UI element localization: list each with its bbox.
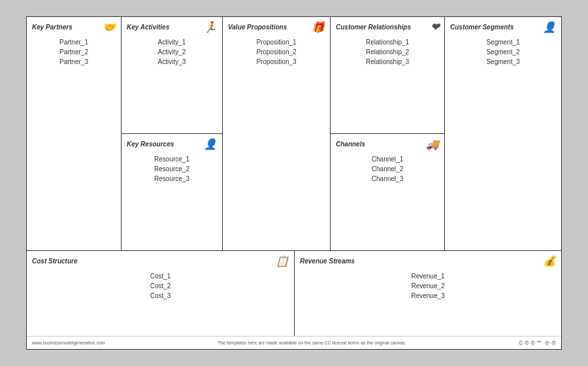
activity-item-1: Activity_1 bbox=[127, 39, 217, 46]
channels-title: Channels 🚚 bbox=[336, 138, 439, 150]
key-activities-title: Key Activities 🏃 bbox=[127, 21, 217, 33]
cost-item-2: Cost_2 bbox=[32, 282, 289, 290]
footer-left: www.businessmodelgeneration.com bbox=[32, 341, 105, 345]
value-propositions-icon: 🎁 bbox=[312, 21, 325, 33]
revenue-streams-title: Revenue Streams 💰 bbox=[300, 255, 556, 267]
channel-item-2: Channel_2 bbox=[336, 165, 439, 173]
segment-item-2: Segment_2 bbox=[450, 48, 556, 56]
resource-item-2: Resource_2 bbox=[127, 165, 217, 173]
canvas-wrapper: Key Partners 🤝 Partner_1 Partner_2 Partn… bbox=[26, 16, 562, 350]
customer-segments-icon: 👤 bbox=[543, 21, 556, 33]
cost-structure-title: Cost Structure 📋 bbox=[32, 255, 289, 267]
key-resources-icon: 👤 bbox=[204, 138, 217, 150]
relationship-item-3: Relationship_3 bbox=[336, 58, 439, 65]
revenue-item-1: Revenue_1 bbox=[300, 273, 556, 280]
segment-item-3: Segment_3 bbox=[450, 58, 556, 65]
channels-icon: 🚚 bbox=[426, 138, 439, 150]
channel-item-1: Channel_1 bbox=[336, 156, 439, 163]
relationship-item-2: Relationship_2 bbox=[336, 48, 439, 56]
key-resources-section: Key Resources 👤 Resource_1 Resource_2 Re… bbox=[122, 134, 222, 250]
segment-item-1: Segment_1 bbox=[450, 39, 556, 46]
customer-segments-section: Customer Segments 👤 Segment_1 Segment_2 … bbox=[445, 17, 561, 250]
activities-resources-col: Key Activities 🏃 Activity_1 Activity_2 A… bbox=[122, 17, 223, 250]
customer-relationships-icon: ❤ bbox=[431, 21, 439, 33]
footer: www.businessmodelgeneration.com The temp… bbox=[27, 336, 561, 349]
customer-relationships-section: Customer Relationships ❤ Relationship_1 … bbox=[331, 17, 444, 134]
proposition-item-3: Proposition_3 bbox=[228, 58, 325, 65]
cost-item-1: Cost_1 bbox=[32, 273, 289, 280]
footer-right: © ® ® ℠ ℗ ® bbox=[519, 340, 556, 346]
cost-item-3: Cost_3 bbox=[32, 292, 289, 299]
footer-center: The templates here are made available on… bbox=[218, 341, 406, 345]
cost-structure-section: Cost Structure 📋 Cost_1 Cost_2 Cost_3 bbox=[27, 251, 295, 336]
canvas-main: Key Partners 🤝 Partner_1 Partner_2 Partn… bbox=[27, 17, 561, 251]
partner-item-2: Partner_2 bbox=[32, 48, 116, 56]
proposition-item-1: Proposition_1 bbox=[228, 39, 325, 46]
value-propositions-section: Value Propositions 🎁 Proposition_1 Propo… bbox=[223, 17, 331, 250]
revenue-streams-section: Revenue Streams 💰 Revenue_1 Revenue_2 Re… bbox=[295, 251, 561, 336]
revenue-streams-icon: 💰 bbox=[543, 255, 556, 267]
resource-item-3: Resource_3 bbox=[127, 175, 217, 182]
key-partners-section: Key Partners 🤝 Partner_1 Partner_2 Partn… bbox=[27, 17, 122, 250]
channels-section: Channels 🚚 Channel_1 Channel_2 Channel_3 bbox=[331, 134, 444, 250]
relationships-channels-col: Customer Relationships ❤ Relationship_1 … bbox=[331, 17, 445, 250]
canvas-bottom: Cost Structure 📋 Cost_1 Cost_2 Cost_3 Re… bbox=[27, 251, 561, 336]
key-activities-icon: 🏃 bbox=[204, 21, 217, 33]
resource-item-1: Resource_1 bbox=[127, 156, 217, 163]
key-partners-icon: 🤝 bbox=[103, 21, 116, 33]
key-resources-title: Key Resources 👤 bbox=[127, 138, 217, 150]
cost-structure-icon: 📋 bbox=[276, 255, 289, 267]
revenue-item-2: Revenue_2 bbox=[300, 282, 556, 290]
activity-item-3: Activity_3 bbox=[127, 58, 217, 65]
relationship-item-1: Relationship_1 bbox=[336, 39, 439, 46]
customer-segments-title: Customer Segments 👤 bbox=[450, 21, 556, 33]
activity-item-2: Activity_2 bbox=[127, 48, 217, 56]
value-propositions-title: Value Propositions 🎁 bbox=[228, 21, 325, 33]
key-partners-title: Key Partners 🤝 bbox=[32, 21, 116, 33]
customer-relationships-title: Customer Relationships ❤ bbox=[336, 21, 439, 33]
revenue-item-3: Revenue_3 bbox=[300, 292, 556, 299]
partner-item-3: Partner_3 bbox=[32, 58, 116, 65]
partner-item-1: Partner_1 bbox=[32, 39, 116, 46]
key-activities-section: Key Activities 🏃 Activity_1 Activity_2 A… bbox=[122, 17, 222, 134]
proposition-item-2: Proposition_2 bbox=[228, 48, 325, 56]
channel-item-3: Channel_3 bbox=[336, 175, 439, 182]
